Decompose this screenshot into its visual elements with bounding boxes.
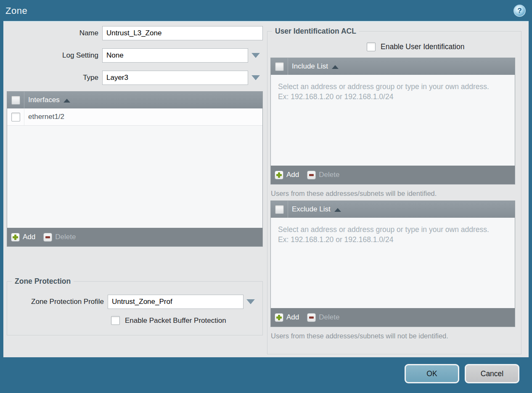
exclude-list-header-label: Exclude List	[292, 205, 331, 214]
delete-button[interactable]: Delete	[307, 171, 339, 179]
add-button[interactable]: Add	[11, 233, 35, 242]
log-setting-row: Log Setting None	[7, 48, 263, 63]
select-all-checkbox[interactable]	[275, 205, 284, 214]
log-setting-value: None	[102, 48, 248, 63]
row-checkbox-cell	[7, 108, 24, 125]
chevron-down-icon[interactable]	[244, 295, 258, 309]
user-identification-legend: User Identification ACL	[272, 27, 359, 36]
interface-name: ethernet1/2	[28, 113, 64, 121]
minus-icon	[43, 233, 52, 242]
user-identification-section: User Identification ACL Enable User Iden…	[267, 27, 521, 354]
delete-button[interactable]: Delete	[307, 313, 339, 322]
dialog-footer: OK Cancel	[0, 357, 532, 393]
include-list-header[interactable]: Include List	[271, 58, 515, 75]
include-list-header-label: Include List	[292, 62, 328, 71]
chevron-down-icon[interactable]	[248, 48, 263, 63]
zone-protection-profile-select[interactable]: Untrust_Zone_Prof	[108, 295, 262, 309]
help-icon[interactable]: ?	[513, 5, 526, 17]
enable-user-id-row: Enable User Identification	[367, 42, 521, 51]
packet-buffer-row: Enable Packet Buffer Protection	[111, 316, 262, 325]
zone-protection-profile-value: Untrust_Zone_Prof	[108, 295, 244, 309]
sort-ascending-icon	[332, 65, 339, 69]
exclude-list-header[interactable]: Exclude List	[271, 201, 515, 218]
interfaces-list: ethernet1/2	[7, 108, 262, 228]
plus-icon	[275, 313, 283, 322]
type-row: Type Layer3	[7, 71, 263, 85]
delete-button-label: Delete	[55, 233, 76, 241]
chevron-down-icon[interactable]	[248, 71, 263, 85]
dialog-body: Name Log Setting None Type Layer3 Int	[3, 21, 529, 357]
header-checkbox-cell	[271, 58, 288, 75]
delete-button-label: Delete	[319, 171, 339, 179]
interfaces-header-label: Interfaces	[28, 96, 60, 104]
select-all-checkbox[interactable]	[275, 62, 284, 71]
name-row: Name	[7, 26, 263, 40]
interfaces-toolbar: Add Delete	[7, 228, 262, 246]
include-list-placeholder: Select an address or address group or ty…	[271, 75, 490, 102]
add-button-label: Add	[286, 313, 299, 322]
include-list-caption: Users from these addresses/subnets will …	[271, 190, 521, 198]
exclude-list-table: Exclude List Select an address or addres…	[270, 200, 515, 327]
exclude-list-placeholder: Select an address or address group or ty…	[271, 218, 490, 245]
cancel-button[interactable]: Cancel	[465, 364, 519, 383]
header-checkbox-cell	[271, 201, 288, 218]
name-label: Name	[7, 29, 102, 37]
minus-icon	[307, 171, 316, 179]
table-row[interactable]: ethernet1/2	[7, 108, 262, 126]
include-list-table: Include List Select an address or addres…	[270, 58, 515, 185]
dialog-title: Zone	[5, 5, 27, 16]
name-input[interactable]	[102, 26, 263, 40]
zone-protection-legend: Zone Protection	[12, 277, 74, 286]
exclude-list-body[interactable]: Select an address or address group or ty…	[271, 218, 515, 308]
type-value: Layer3	[102, 71, 248, 85]
row-checkbox[interactable]	[11, 113, 20, 121]
zone-protection-section: Zone Protection Zone Protection Profile …	[7, 277, 263, 335]
select-all-checkbox[interactable]	[11, 96, 20, 105]
interfaces-table: Interfaces ethernet1/2 Add Dele	[7, 91, 263, 247]
enable-user-id-checkbox[interactable]	[367, 42, 376, 51]
add-button-label: Add	[23, 233, 35, 241]
include-list-toolbar: Add Delete	[271, 166, 515, 184]
ok-button[interactable]: OK	[405, 364, 459, 383]
exclude-list-caption: Users from these addresses/subnets will …	[271, 332, 521, 340]
plus-icon	[11, 233, 20, 242]
minus-icon	[307, 313, 316, 322]
sort-ascending-icon	[64, 99, 70, 103]
sort-ascending-icon	[334, 208, 341, 212]
type-label: Type	[7, 74, 102, 82]
log-setting-select[interactable]: None	[102, 48, 263, 63]
delete-button-label: Delete	[319, 313, 339, 322]
zone-protection-profile-row: Zone Protection Profile Untrust_Zone_Pro…	[7, 295, 262, 309]
add-button-label: Add	[286, 171, 299, 179]
plus-icon	[275, 171, 283, 179]
zone-settings-column: Name Log Setting None Type Layer3 Int	[7, 26, 263, 335]
header-checkbox-cell	[7, 92, 24, 108]
type-select[interactable]: Layer3	[102, 71, 263, 85]
add-button[interactable]: Add	[275, 313, 299, 322]
packet-buffer-label: Enable Packet Buffer Protection	[125, 317, 226, 325]
enable-user-id-label: Enable User Identification	[381, 42, 464, 51]
packet-buffer-checkbox[interactable]	[111, 316, 120, 325]
log-setting-label: Log Setting	[7, 51, 102, 60]
exclude-list-toolbar: Add Delete	[271, 308, 515, 327]
delete-button[interactable]: Delete	[43, 233, 76, 242]
include-list-body[interactable]: Select an address or address group or ty…	[271, 75, 515, 166]
interfaces-header[interactable]: Interfaces	[7, 92, 262, 108]
zone-protection-profile-label: Zone Protection Profile	[7, 298, 108, 306]
dialog-titlebar: Zone ?	[0, 0, 532, 21]
add-button[interactable]: Add	[275, 171, 299, 179]
